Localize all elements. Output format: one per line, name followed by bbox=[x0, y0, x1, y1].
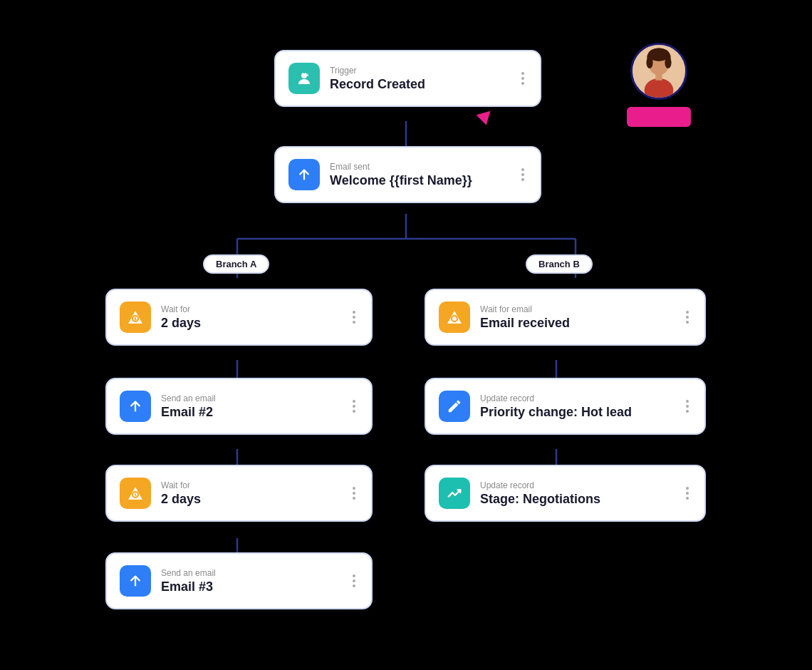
send-email-a2-title: Email #3 bbox=[161, 579, 340, 594]
send-email-a2-menu[interactable] bbox=[350, 572, 358, 590]
wait-a1-title: 2 days bbox=[161, 316, 340, 331]
avatar bbox=[630, 43, 687, 100]
update-b1-label: Update record bbox=[480, 393, 673, 403]
update-b1-menu[interactable] bbox=[683, 397, 692, 416]
wait-b1-menu[interactable] bbox=[683, 308, 692, 326]
trigger-text: Trigger Record Created bbox=[330, 66, 509, 92]
update-b2-text: Update record Stage: Negotiations bbox=[480, 480, 673, 507]
update-b2-icon bbox=[439, 478, 470, 509]
update-b1-node[interactable]: Update record Priority change: Hot lead bbox=[425, 378, 706, 435]
update-b1-title: Priority change: Hot lead bbox=[480, 405, 673, 420]
wait-b1-label: Wait for email bbox=[480, 304, 673, 314]
wait-b1-title: Email received bbox=[480, 316, 673, 331]
update-b2-node[interactable]: Update record Stage: Negotiations bbox=[425, 465, 706, 522]
send-email-a2-node[interactable]: Send an email Email #3 bbox=[105, 552, 373, 609]
svg-rect-32 bbox=[655, 73, 662, 80]
svg-point-10 bbox=[301, 73, 307, 78]
trigger-title: Record Created bbox=[330, 77, 509, 92]
svg-point-30 bbox=[665, 56, 671, 68]
cursor-arrow bbox=[477, 106, 496, 125]
wait-a1-node[interactable]: ! Wait for 2 days bbox=[105, 289, 373, 346]
wait-a2-icon bbox=[120, 478, 151, 509]
email-sent-label: Email sent bbox=[330, 162, 509, 172]
branch-a-label: Branch A bbox=[203, 254, 269, 274]
wait-a2-node[interactable]: Wait for 2 days bbox=[105, 465, 373, 522]
wait-a1-text: Wait for 2 days bbox=[161, 304, 340, 331]
wait-b1-icon bbox=[439, 302, 470, 333]
wait-a1-icon: ! bbox=[120, 302, 151, 333]
update-b1-text: Update record Priority change: Hot lead bbox=[480, 393, 673, 420]
send-email-a1-label: Send an email bbox=[161, 393, 340, 403]
svg-text:+: + bbox=[307, 71, 311, 78]
wait-a2-text: Wait for 2 days bbox=[161, 480, 340, 507]
send-email-a2-text: Send an email Email #3 bbox=[161, 568, 340, 594]
send-email-a1-text: Send an email Email #2 bbox=[161, 393, 340, 420]
wait-b1-text: Wait for email Email received bbox=[480, 304, 673, 331]
update-b2-title: Stage: Negotiations bbox=[480, 492, 673, 507]
trigger-menu[interactable] bbox=[519, 69, 527, 88]
email-sent-title: Welcome {{first Name}} bbox=[330, 173, 509, 188]
svg-point-29 bbox=[646, 56, 652, 68]
send-email-a2-icon bbox=[120, 565, 151, 597]
wait-a2-label: Wait for bbox=[161, 480, 340, 490]
avatar-label-bar bbox=[627, 107, 691, 127]
email-sent-menu[interactable] bbox=[519, 165, 527, 184]
send-email-a1-title: Email #2 bbox=[161, 405, 340, 420]
trigger-label: Trigger bbox=[330, 66, 509, 76]
trigger-node[interactable]: + Trigger Record Created bbox=[274, 50, 541, 107]
wait-a1-menu[interactable] bbox=[350, 308, 358, 326]
wait-a1-label: Wait for bbox=[161, 304, 340, 314]
update-b1-icon bbox=[439, 391, 470, 422]
send-email-a2-label: Send an email bbox=[161, 568, 340, 578]
wait-a2-title: 2 days bbox=[161, 492, 340, 507]
email-sent-text: Email sent Welcome {{first Name}} bbox=[330, 162, 509, 188]
update-b2-label: Update record bbox=[480, 480, 673, 490]
branch-b-label: Branch B bbox=[526, 254, 593, 274]
trigger-icon: + bbox=[288, 63, 320, 94]
avatar-container bbox=[627, 43, 691, 127]
send-email-a1-menu[interactable] bbox=[350, 397, 358, 416]
send-email-a1-node[interactable]: Send an email Email #2 bbox=[105, 378, 373, 435]
send-email-a1-icon bbox=[120, 391, 151, 422]
email-sent-node[interactable]: Email sent Welcome {{first Name}} bbox=[274, 146, 541, 203]
update-b2-menu[interactable] bbox=[683, 484, 692, 502]
wait-a2-menu[interactable] bbox=[350, 484, 358, 502]
wait-b1-node[interactable]: Wait for email Email received bbox=[425, 289, 706, 346]
email-sent-icon bbox=[288, 159, 320, 190]
